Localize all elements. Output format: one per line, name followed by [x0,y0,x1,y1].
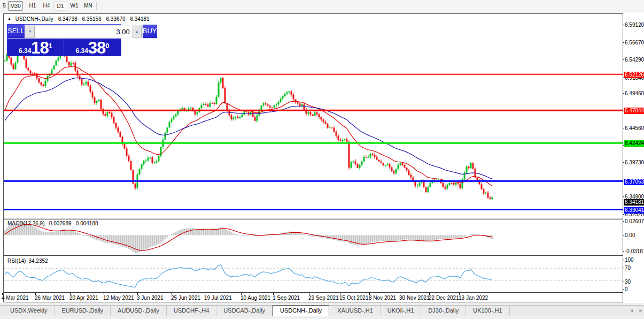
price-axis-label: 6.39730 [625,160,644,165]
price-level-badge: 6.33041 [624,207,644,214]
timeframe-button-W1[interactable]: W1 [68,1,80,11]
date-axis-label: 22 Dec 2021 [429,295,459,301]
chart-tab-ukoil-h1[interactable]: UKOil-,H1 [381,306,422,316]
sell-button[interactable]: SELL [7,25,25,39]
chart-tab-uk100-h1[interactable]: UK100-,H1 [466,306,509,316]
chart-tab-usdcnh-daily[interactable]: USDCNH-,Daily [273,305,329,316]
buy-price-big: 38 [88,40,105,56]
timeframe-button-D1[interactable]: D1 [55,1,66,11]
indicator-axis-label: 30 [625,279,631,285]
buy-button[interactable]: BUY [143,25,157,39]
chart-tab-usdx-weekly[interactable]: USDX,Weekly [3,306,55,316]
timeframe-button-M30[interactable]: M30 [8,1,23,11]
chart-tab-audusd-daily[interactable]: AUDUSD-,Daily [111,306,167,316]
price-level-badge: 6.34181 [624,199,644,206]
date-axis-label: 26 Mar 2021 [35,295,65,301]
timeframe-button-H1[interactable]: H1 [27,1,38,11]
chart-tab-eurusd-daily[interactable]: EURUSD-,Daily [55,306,111,316]
indicator-axis-label: 100 [625,257,634,263]
date-axis-label: 25 Jun 2021 [171,295,200,301]
date-axis-label: 23 Sep 2021 [308,295,339,301]
collapse-panel-icon[interactable]: ▲ [7,17,11,20]
price-axis: 6.591206.566706.542906.518406.494606.470… [624,13,644,302]
toolbar-separator [7,2,7,10]
macd-label: MACD(12,26,9)-0.007689-0.004188 [7,221,101,226]
chart-title: ▲ USDCNH-,Daily 6.34738 6.35156 6.33670 … [7,16,150,22]
ohlc-open: 6.34738 [58,16,77,22]
date-axis-label: 13 Jan 2022 [459,295,488,301]
date-axis-label: 1 Sep 2021 [273,295,300,301]
volume-stepper: ▼ ▲ [25,25,143,39]
chart-window: ▲ USDCNH-,Daily 6.34738 6.35156 6.33670 … [0,13,644,303]
one-click-trade-panel: SELL ▼ ▲ BUY 6.34 18 1 6.34 38 0 [7,24,121,56]
volume-input[interactable] [35,26,133,37]
date-axis-label: 8 Nov 2021 [369,295,396,301]
volume-increase-icon[interactable]: ▲ [133,26,142,37]
buy-price-sup: 0 [105,42,109,50]
indicator-axis-label: 0.00 [625,232,635,238]
date-axis-label: 20 Apr 2021 [69,295,98,301]
price-axis-label: 6.56670 [625,40,644,45]
date-axis-label: 12 May 2021 [103,295,134,301]
toolbar-separator [96,2,97,10]
timeframe-button-MN[interactable]: MN [82,1,94,11]
price-level-badge: 6.47044 [624,108,644,114]
price-level-badge: 6.52126 [624,72,644,78]
chart-tab-usdchf-h4[interactable]: USDCHF-,H4 [167,306,217,316]
buy-price-display[interactable]: 6.34 38 0 [64,39,121,56]
mt4-window: 5M30H1H4D1W1MN ▲ USDCNH-,Daily 6.34738 6… [0,0,644,319]
ohlc-high: 6.35156 [82,16,102,22]
chart-tab-usdcad-daily[interactable]: USDCAD-,Daily [216,306,273,316]
sell-price-sup: 1 [49,42,52,50]
indicator-axis-label: 0.02607 [625,218,644,224]
ohlc-low: 6.33670 [106,16,126,22]
sell-price-big: 18 [31,40,48,56]
ohlc-close: 6.34181 [130,16,149,22]
chart-symbol-label: USDCNH-,Daily [15,16,53,22]
timeframe-toolbar: 5M30H1H4D1W1MN [0,0,644,12]
timeframe-button-H4[interactable]: H4 [41,1,52,11]
date-axis-label: 19 Jul 2021 [204,295,232,301]
chart-tab-xauusd-h1[interactable]: XAUUSD-,H1 [330,306,381,316]
rsi-label: RSI(14)34.2352 [7,258,51,264]
price-axis-label: 6.49460 [625,90,644,96]
date-axis-label: 4 Mar 2021 [2,295,29,301]
tabbar-scroll-right-icon[interactable]: ► [639,308,643,313]
date-axis-label: 15 Oct 2021 [339,295,368,301]
price-axis-label: 6.59120 [625,22,644,28]
price-axis-label: 6.44560 [625,125,644,131]
indicator-axis-label: 70 [625,265,631,271]
toolbar-separator [53,2,53,10]
buy-price-prefix: 6.34 [75,47,88,55]
sell-price-prefix: 6.34 [19,47,31,55]
indicator-axis-label: 0 [625,286,628,292]
price-level-badge: 6.42424 [624,140,644,147]
date-axis-label: 3 Jun 2021 [137,295,164,301]
tabbar-scroll-left-icon[interactable]: ◄ [630,308,634,313]
date-axis-label: 10 Aug 2021 [240,295,270,301]
price-level-badge: 6.37063 [624,179,644,185]
sell-price-display[interactable]: 6.34 18 1 [7,39,64,56]
volume-decrease-icon[interactable]: ▼ [26,26,35,37]
chart-tabbar: USDX,WeeklyEURUSD-,DailyAUDUSD-,DailyUSD… [0,305,644,316]
date-axis-label: 30 Nov 2021 [399,295,430,301]
price-axis-label: 6.54290 [625,57,644,63]
indicator-axis-label: -0.03187 [625,248,644,254]
chart-tab-dj30-daily[interactable]: DJ30-,Daily [421,306,466,316]
